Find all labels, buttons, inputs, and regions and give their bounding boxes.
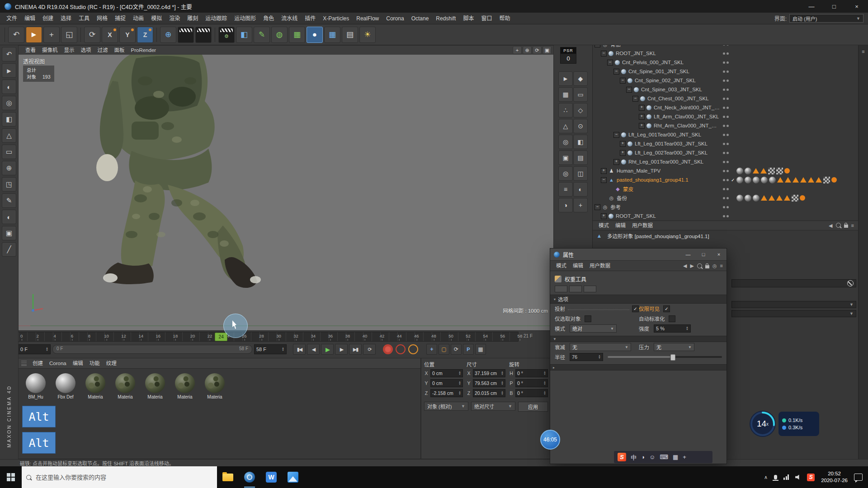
strength-field[interactable]: 5 %▲▼	[654, 324, 691, 333]
ime-mode-toggle[interactable]: 中	[631, 453, 637, 461]
mode-bar-item[interactable]: 模式	[595, 221, 612, 230]
expander-icon[interactable]: −	[613, 132, 619, 138]
lock-icon[interactable]	[844, 225, 848, 228]
emoji-icon[interactable]: ☺	[649, 454, 655, 460]
menu-icon[interactable]: ≡	[720, 263, 723, 268]
sphere-tag[interactable]	[761, 177, 768, 183]
stamp-icon[interactable]: ▣	[2, 226, 16, 240]
rotate-tool-icon[interactable]: ⟳	[84, 27, 100, 43]
workplane-lock-icon[interactable]: ▤	[573, 150, 588, 165]
tree-item[interactable]: −Cnt_Chest_000_JNT_SKL	[593, 94, 859, 103]
tri-tag[interactable]	[776, 195, 783, 201]
expander-icon[interactable]: −	[620, 78, 626, 84]
expander-icon[interactable]: +	[613, 159, 619, 165]
expander-icon[interactable]: +	[639, 123, 645, 129]
viewport-menu-item[interactable]: ProRender	[128, 46, 160, 55]
checker-tag[interactable]	[823, 177, 830, 183]
visibility-dots[interactable]	[720, 80, 731, 82]
rotate-view-icon[interactable]: ⟳	[533, 46, 542, 54]
expander-icon[interactable]: +	[620, 150, 626, 156]
move-tool-icon[interactable]: +	[43, 27, 60, 43]
menu-icon[interactable]: ≡	[851, 223, 854, 228]
viewport-menu-item[interactable]: 查看	[22, 46, 39, 55]
expander-icon[interactable]: −	[632, 96, 638, 102]
pressure-select[interactable]: 无▼	[654, 343, 694, 351]
menu-item[interactable]: 运动图形	[231, 13, 259, 24]
mode-select[interactable]: 绝对▼	[570, 324, 617, 333]
taskbar-search[interactable]	[22, 466, 217, 488]
lock-icon[interactable]	[705, 265, 709, 268]
coordinate-field[interactable]: 0 °▲▼	[515, 369, 548, 377]
visibility-dots[interactable]	[720, 152, 731, 154]
network-speed-ball[interactable]: 14 x	[750, 411, 776, 437]
tri-tag[interactable]	[785, 177, 791, 183]
menu-item[interactable]: 创建	[39, 13, 57, 24]
brush-icon[interactable]: ◐	[2, 210, 16, 224]
sphere-tag[interactable]	[745, 195, 751, 202]
tree-item[interactable]: +Rht_Arm_Clav000_JNT_SKL	[593, 121, 859, 130]
model-mode-icon[interactable]: ◆	[573, 71, 588, 86]
coordinate-field[interactable]: 20.015 cm▲▼	[473, 389, 505, 397]
material-swatch[interactable]: Materia	[113, 373, 138, 399]
menu-item[interactable]: 编辑	[21, 13, 39, 24]
tree-item[interactable]: −◎参考	[593, 202, 859, 211]
visibility-dots[interactable]	[720, 197, 731, 199]
visibility-dots[interactable]	[720, 215, 731, 217]
material-menu-item[interactable]: 纹理	[103, 358, 120, 368]
material-swatch[interactable]: Materia	[142, 373, 168, 399]
goto-start-icon[interactable]: ▮◀	[293, 344, 306, 355]
timeline-range-slider[interactable]: 0 F 58 F	[52, 345, 252, 354]
back-icon[interactable]: ◀	[829, 223, 832, 228]
tri-tag[interactable]	[753, 168, 759, 174]
points-mode-icon[interactable]: ∴	[558, 103, 573, 117]
pyramid-icon[interactable]: △	[2, 128, 16, 143]
material-swatch[interactable]: Fbx Def	[53, 373, 78, 399]
visibility-dots[interactable]	[720, 70, 731, 73]
visible-only-checkbox[interactable]	[663, 305, 670, 312]
render-picture-viewer-icon[interactable]	[195, 27, 212, 43]
coordinate-field[interactable]: 37.159 cm▲▼	[473, 369, 505, 377]
menu-item[interactable]: 窗口	[477, 13, 495, 24]
tree-item[interactable]: +Cnt_Neck_Joint000_JNT_SKL	[593, 103, 859, 112]
pen-spline-icon[interactable]: ✎	[254, 27, 270, 43]
visibility-dots[interactable]	[720, 170, 731, 172]
menu-item[interactable]: 流水线	[278, 13, 301, 24]
pitcher-icon[interactable]: ◳	[2, 177, 16, 192]
tree-item[interactable]: +ROOT_JNT_SKL	[593, 211, 859, 221]
viewport-menu-item[interactable]: 过滤	[94, 46, 111, 55]
minimize-button[interactable]: —	[800, 0, 823, 13]
scale-tool-icon[interactable]: ◱	[61, 27, 77, 43]
menu-icon[interactable]: ≡	[862, 49, 864, 54]
tray-expand-icon[interactable]: ∧	[764, 474, 768, 480]
sphere-tag[interactable]	[753, 195, 760, 202]
menu-item[interactable]: 文件	[3, 13, 21, 24]
brush-icon[interactable]: ◐	[573, 182, 588, 197]
tree-item[interactable]: +Lft_Leg_002Tear000_JNT_SKL	[593, 148, 859, 157]
close-button[interactable]: ×	[711, 249, 726, 260]
instance-icon[interactable]: ▦	[289, 27, 305, 43]
menu-item[interactable]: 动画	[129, 13, 147, 24]
paint-tool-icon[interactable]: ◑	[558, 198, 573, 212]
axis-icon[interactable]: ⊕	[2, 161, 16, 175]
tree-item[interactable]: −ROOT_JNT_SKL	[593, 49, 859, 58]
selected-only-checkbox[interactable]	[585, 315, 591, 322]
visibility-dots[interactable]	[720, 143, 731, 145]
visibility-dots[interactable]	[720, 61, 731, 64]
material-menu-item[interactable]: 创建	[29, 358, 46, 368]
skin-icon[interactable]: ▦	[673, 454, 678, 460]
coordinate-field[interactable]: -2.158 cm▲▼	[430, 389, 463, 397]
search-input[interactable]	[35, 474, 199, 481]
paint-icon[interactable]: ◐	[2, 80, 16, 94]
checker-tag[interactable]	[792, 195, 798, 202]
slider-thumb[interactable]	[670, 354, 675, 361]
frame-start-field[interactable]: 0 F▲▼	[18, 344, 51, 354]
tri-tag[interactable]	[784, 195, 790, 201]
menu-item[interactable]: 网格	[93, 13, 111, 24]
notification-icon[interactable]	[854, 474, 863, 481]
expander-icon[interactable]: +	[601, 168, 607, 174]
viewport-menu-item[interactable]: 选项	[78, 46, 94, 55]
make-editable-icon[interactable]: ►	[558, 71, 573, 86]
sphere-tag[interactable]	[745, 177, 751, 183]
material-menu-item[interactable]: 功能	[86, 358, 103, 368]
checker-tag[interactable]	[768, 168, 775, 174]
